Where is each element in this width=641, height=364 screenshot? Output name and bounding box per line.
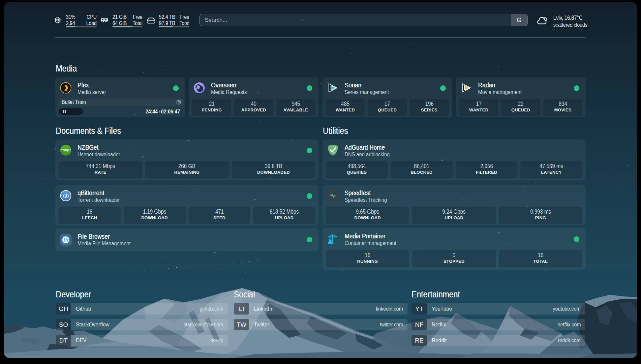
svg-text:qb: qb (63, 193, 69, 199)
svg-text:nzbget: nzbget (61, 148, 71, 152)
